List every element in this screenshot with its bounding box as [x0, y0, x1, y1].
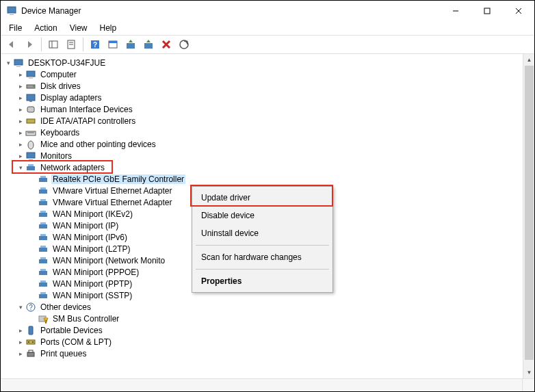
window-controls [440, 1, 534, 21]
device-label: Realtek PCIe GbE Family Controller [51, 174, 185, 184]
svg-rect-39 [39, 190, 47, 194]
disable-device-button[interactable] [140, 36, 157, 53]
chevron-right-icon[interactable]: ▸ [16, 140, 25, 149]
chevron-right-icon[interactable]: ▸ [16, 93, 25, 103]
svg-rect-1 [10, 13, 14, 15]
device-label: SM Bus Controller [51, 314, 120, 324]
tree-category[interactable]: ▸Computer [1, 68, 523, 80]
svg-rect-54 [40, 269, 46, 271]
tree-root[interactable]: ▾ DESKTOP-U34FJUE [1, 57, 523, 68]
category-label: Mice and other pointing devices [39, 140, 157, 149]
tree-device[interactable]: Realtek PCIe GbE Family Controller [1, 173, 523, 185]
tree-device[interactable]: ! SM Bus Controller [1, 313, 523, 324]
svg-rect-48 [40, 234, 46, 236]
tree-root-label: DESKTOP-U34FJUE [27, 58, 107, 68]
svg-point-66 [32, 341, 34, 343]
menu-action[interactable]: Action [29, 22, 62, 34]
toolbar: ? [1, 35, 534, 54]
tree-category[interactable]: ▸Display adapters [1, 92, 523, 103]
statusbar [1, 378, 534, 392]
properties-button[interactable] [63, 36, 79, 53]
menu-item-disable-device[interactable]: Disable device [194, 207, 330, 224]
network-adapter-icon [38, 232, 49, 243]
show-hide-console-tree-button[interactable] [45, 36, 62, 53]
svg-rect-52 [40, 257, 46, 259]
menu-view[interactable]: View [64, 22, 93, 34]
tree-category[interactable]: ▸Human Interface Devices [1, 103, 523, 115]
chevron-right-icon[interactable]: ▸ [16, 70, 25, 79]
menu-separator [196, 245, 329, 246]
vertical-scrollbar[interactable]: ▲ ▼ [523, 54, 534, 378]
category-label: Computer [39, 70, 78, 79]
help-button[interactable]: ? [87, 36, 103, 53]
category-label: Portable Devices [39, 326, 104, 335]
display-icon [25, 92, 36, 103]
menu-help[interactable]: Help [94, 22, 122, 34]
chevron-down-icon[interactable]: ▾ [16, 302, 25, 312]
svg-rect-64 [27, 340, 35, 344]
chevron-right-icon[interactable]: ▸ [16, 349, 25, 358]
tree-category[interactable]: ▸Ports (COM & LPT) [1, 336, 523, 348]
svg-rect-44 [40, 211, 46, 213]
category-label: Ports (COM & LPT) [39, 337, 113, 347]
menu-item-uninstall-device[interactable]: Uninstall device [194, 224, 330, 242]
chevron-down-icon[interactable]: ▾ [16, 163, 25, 172]
tree-category[interactable]: ▸Mice and other pointing devices [1, 138, 523, 150]
svg-rect-20 [14, 60, 23, 65]
maximize-button[interactable] [471, 1, 503, 21]
svg-rect-49 [39, 248, 47, 252]
category-label: Display adapters [39, 93, 103, 103]
svg-rect-23 [29, 77, 33, 79]
hid-icon [25, 104, 36, 115]
tree-category[interactable]: ▸IDE ATA/ATAPI controllers [1, 115, 523, 127]
close-button[interactable] [503, 1, 534, 21]
chevron-right-icon[interactable]: ▸ [16, 326, 25, 335]
menu-file[interactable]: File [3, 22, 27, 34]
monitor-icon [25, 69, 36, 80]
scrollbar-thumb[interactable] [525, 66, 534, 360]
menu-item-properties[interactable]: Properties [194, 272, 330, 290]
chevron-right-icon[interactable]: ▸ [16, 337, 25, 347]
menu-item-update-driver[interactable]: Update driver [194, 189, 330, 207]
network-adapter-icon [38, 290, 49, 301]
svg-rect-27 [29, 101, 32, 102]
back-button[interactable] [3, 36, 20, 53]
device-label: WAN Miniport (Network Monito [51, 256, 166, 265]
device-label: WAN Miniport (IP) [51, 221, 120, 231]
scroll-down-arrow[interactable]: ▼ [523, 367, 534, 378]
tree-category[interactable]: ▸Monitors [1, 150, 523, 161]
menu-item-scan-hardware[interactable]: Scan for hardware changes [194, 248, 330, 266]
chevron-right-icon[interactable]: ▸ [16, 105, 25, 114]
chevron-down-icon[interactable]: ▾ [3, 58, 13, 68]
chevron-right-icon[interactable]: ▸ [16, 81, 25, 91]
svg-rect-41 [39, 201, 47, 205]
svg-rect-67 [27, 352, 34, 356]
tree-category[interactable]: ▸Keyboards [1, 127, 523, 138]
svg-rect-51 [39, 259, 47, 263]
app-icon [6, 5, 17, 16]
chevron-right-icon[interactable]: ▸ [16, 128, 25, 138]
tree-category-network-adapters[interactable]: ▾ Network adapters [1, 161, 523, 173]
network-adapter-icon [38, 255, 49, 266]
keyboard-icon [25, 127, 36, 138]
forward-button[interactable] [21, 36, 38, 53]
action-button[interactable] [105, 36, 121, 53]
device-label: WAN Miniport (L2TP) [51, 244, 132, 254]
update-driver-button[interactable] [122, 36, 139, 53]
tree-category[interactable]: ▸Disk drives [1, 80, 523, 92]
scroll-up-arrow[interactable]: ▲ [523, 54, 534, 66]
device-label: WAN Miniport (PPTP) [51, 279, 133, 289]
svg-rect-58 [40, 292, 46, 294]
tree-category-other-devices[interactable]: ▾ ? Other devices [1, 301, 523, 313]
chevron-right-icon[interactable]: ▸ [16, 151, 25, 161]
minimize-button[interactable] [440, 1, 471, 21]
tree-category[interactable]: ▸Portable Devices [1, 324, 523, 336]
tree-category[interactable]: ▸Print queues [1, 348, 523, 359]
chevron-right-icon[interactable]: ▸ [16, 116, 25, 126]
uninstall-button[interactable] [158, 36, 174, 53]
svg-rect-56 [40, 280, 46, 283]
svg-rect-42 [40, 199, 46, 201]
scan-hardware-button[interactable] [176, 36, 192, 53]
svg-rect-16 [144, 43, 153, 49]
network-adapter-icon [38, 220, 49, 231]
